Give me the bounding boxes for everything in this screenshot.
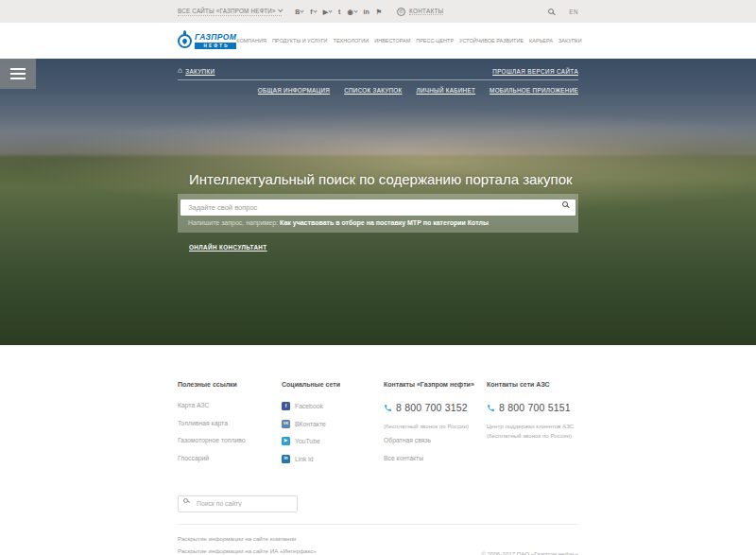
breadcrumb-procurement[interactable]: ЗАКУПКИ [185, 68, 215, 75]
utility-topbar: ВСЕ САЙТЫ «ГАЗПРОМ НЕФТИ» В f ▶ t ◉ in ⚑… [0, 0, 756, 23]
chevron-down-icon [328, 9, 332, 12]
footer-link-glossary[interactable]: Глоссарий [178, 455, 282, 461]
footer-link-fuel-card[interactable]: Топливная карта [178, 420, 282, 426]
chevron-down-icon [278, 8, 283, 12]
question-input[interactable] [180, 199, 576, 216]
footer-col-title: Контакты «Газпром нефти» [384, 381, 487, 388]
gazprom-flame-icon [178, 34, 192, 48]
chevron-down-icon [353, 9, 357, 12]
previous-site-version-link[interactable]: ПРОШЛАЯ ВЕРСИЯ САЙТА [492, 68, 578, 75]
social-link-youtube[interactable]: ▶ YouTube [282, 437, 384, 445]
search-hint: Напишите запрос, например: Как участвова… [180, 216, 576, 230]
menu-button[interactable] [0, 59, 36, 89]
hint-example: Как участвовать в отборе на поставку МТР… [280, 219, 489, 226]
azs-free-call-note: (бесплатный звонок по России) [487, 432, 578, 439]
nav-item-procurement[interactable]: ЗАКУПКИ [558, 38, 582, 43]
search-icon[interactable] [548, 9, 554, 14]
disclosure-interfax-link[interactable]: Раскрытие информации на сайте ИА «Интерф… [178, 545, 317, 555]
footer-link-gas-fuel[interactable]: Газомоторное топливо [178, 437, 282, 443]
facebook-icon: f [282, 402, 290, 410]
smart-search-panel: Напишите запрос, например: Как участвова… [178, 194, 578, 233]
site-search [178, 493, 298, 510]
nav-item-technologies[interactable]: ТЕХНОЛОГИИ [334, 38, 369, 43]
disclosure-company-link[interactable]: Раскрытие информации на сайте компании [178, 532, 317, 545]
footer-link-all-contacts[interactable]: Все контакты [384, 455, 487, 461]
footer-col-title: Социальные сети [282, 381, 384, 388]
tab-procurement-list[interactable]: СПИСОК ЗАКУПОК [344, 87, 402, 94]
phone-gazprom-neft[interactable]: 8 800 700 3152 [384, 402, 487, 413]
footer-col-contacts-azs: Контакты сети АЗС 8 800 700 5151 Центр п… [487, 381, 578, 472]
topbar-social-row: В f ▶ t ◉ in ⚑ [295, 9, 382, 15]
logo-word-gazprom: ГАЗПРОМ [195, 32, 236, 42]
youtube-icon[interactable]: ▶ [323, 9, 332, 15]
nav-item-investors[interactable]: ИНВЕСТОРАМ [374, 38, 410, 43]
nav-item-products[interactable]: ПРОДУКТЫ И УСЛУГИ [272, 38, 328, 43]
hint-prefix: Напишите запрос, например: [188, 219, 280, 226]
site-search-input[interactable] [178, 495, 298, 512]
footer-col-social: Социальные сети f Facebook VK ВКонтакте … [282, 381, 384, 472]
footer-col-title: Полезные ссылки [178, 381, 282, 388]
footer-col-useful-links: Полезные ссылки Карта АЗС Топливная карт… [178, 381, 282, 472]
all-sites-label: ВСЕ САЙТЫ «ГАЗПРОМ НЕФТИ» [178, 8, 276, 14]
nav-item-sustainability[interactable]: УСТОЙЧИВОЕ РАЗВИТИЕ [459, 38, 524, 43]
vkontakte-icon: VK [282, 420, 290, 428]
tab-general-info[interactable]: ОБЩАЯ ИНФОРМАЦИЯ [258, 87, 330, 94]
language-toggle[interactable]: EN [569, 9, 578, 15]
phone-note: (бесплатный звонок по России) [384, 423, 487, 429]
phone-circle-icon: ✆ [397, 8, 405, 16]
search-icon [183, 498, 188, 503]
azs-support-note: Центр поддержки клиентов АЗС [487, 423, 578, 429]
nav-item-press[interactable]: ПРЕСС-ЦЕНТР [416, 38, 454, 43]
instagram-icon[interactable]: ◉ [347, 9, 356, 15]
site-header: ГАЗПРОМ НЕФТЬ КОМПАНИЯ ПРОДУКТЫ И УСЛУГИ… [0, 23, 756, 59]
social-link-vkontakte[interactable]: VK ВКонтакте [282, 420, 384, 428]
page-title: Интеллектуальный поиск по содержанию пор… [178, 171, 578, 187]
tab-mobile-app[interactable]: МОБИЛЬНОЕ ПРИЛОЖЕНИЕ [490, 87, 578, 94]
social-link-linkedin[interactable]: in Link id [282, 455, 384, 463]
footer-link-feedback[interactable]: Обратная связь [384, 437, 487, 443]
linkedin-icon[interactable]: in [364, 9, 369, 15]
phone-icon [384, 404, 392, 412]
breadcrumb[interactable]: ⌂ ЗАКУПКИ [178, 67, 215, 75]
youtube-icon: ▶ [282, 437, 290, 445]
copyright: © 2006-2017 ПАО «Газпром нефть» [481, 550, 578, 555]
home-icon: ⌂ [178, 67, 182, 75]
phone-icon [487, 404, 495, 412]
all-sites-dropdown[interactable]: ВСЕ САЙТЫ «ГАЗПРОМ НЕФТИ» [178, 8, 282, 16]
logo-word-neft: НЕФТЬ [195, 43, 236, 49]
contacts-label: КОНТАКТЫ [409, 8, 443, 15]
hero-divider [178, 79, 578, 80]
hero-banner: ⌂ ЗАКУПКИ ПРОШЛАЯ ВЕРСИЯ САЙТА ОБЩАЯ ИНФ… [0, 59, 756, 345]
tab-personal-account[interactable]: ЛИЧНЫЙ КАБИНЕТ [417, 87, 476, 94]
disclosure-links: Раскрытие информации на сайте компании Р… [178, 532, 317, 555]
linkedin-icon: in [282, 455, 290, 463]
chevron-down-icon [313, 9, 317, 12]
nav-item-career[interactable]: КАРЬЕРА [529, 38, 553, 43]
site-footer: Полезные ссылки Карта АЗС Топливная карт… [0, 345, 756, 555]
gazprom-neft-logo[interactable]: ГАЗПРОМ НЕФТЬ [178, 32, 236, 49]
nav-item-company[interactable]: КОМПАНИЯ [236, 38, 266, 43]
footer-col-title: Контакты сети АЗС [487, 381, 578, 388]
foursquare-icon[interactable]: ⚑ [376, 9, 382, 15]
topbar-contacts-link[interactable]: ✆ КОНТАКТЫ [397, 8, 443, 16]
main-nav: КОМПАНИЯ ПРОДУКТЫ И УСЛУГИ ТЕХНОЛОГИИ ИН… [236, 38, 581, 43]
hero-tabs: ОБЩАЯ ИНФОРМАЦИЯ СПИСОК ЗАКУПОК ЛИЧНЫЙ К… [178, 87, 578, 94]
chevron-down-icon [301, 9, 304, 12]
vkontakte-icon[interactable]: В [295, 9, 303, 15]
footer-col-contacts-gazprom-neft: Контакты «Газпром нефти» 8 800 700 3152 … [384, 381, 487, 472]
online-consultant-link[interactable]: ОНЛАЙН КОНСУЛЬТАНТ [189, 244, 267, 251]
footer-link-azs-map[interactable]: Карта АЗС [178, 402, 282, 408]
phone-azs[interactable]: 8 800 700 5151 [487, 402, 578, 413]
footer-divider [178, 524, 578, 525]
social-link-facebook[interactable]: f Facebook [282, 402, 384, 410]
search-submit-icon[interactable] [562, 201, 568, 207]
facebook-icon[interactable]: f [310, 9, 316, 15]
twitter-icon[interactable]: t [338, 9, 340, 15]
